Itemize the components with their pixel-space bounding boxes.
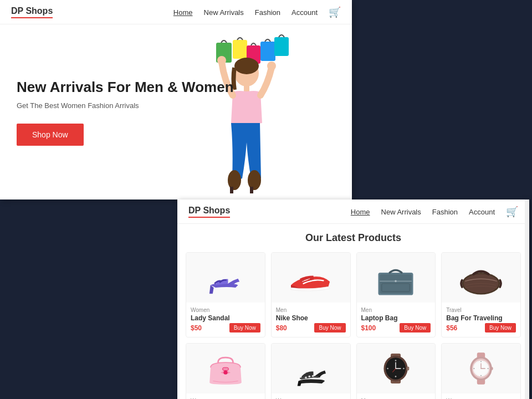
svg-point-11 [248, 170, 261, 190]
nav-new-arrivals-bottom[interactable]: New Arrivals [381, 208, 421, 216]
laptop-bag-svg [371, 258, 421, 298]
product-info-nike-shoe: Men Nike Shoe $80 Buy Now [272, 303, 350, 337]
svg-point-47 [480, 361, 482, 362]
product-category-lady-sandal: Women [191, 307, 260, 313]
svg-rect-33 [407, 366, 410, 370]
svg-point-34 [395, 360, 397, 361]
product-card-travel-bag: Travel Bag For Traveling $56 Buy Now [441, 252, 521, 337]
bottom-window: DP Shops Home New Arrivals Fashion Accou… [177, 200, 529, 399]
top-brand[interactable]: DP Shops [11, 6, 53, 18]
svg-rect-24 [222, 367, 228, 370]
pink-handbag-svg [201, 349, 250, 388]
nike-shoe-svg [286, 258, 336, 298]
nav-account-top[interactable]: Account [291, 8, 318, 17]
product-info-smart-watch: Men Smart Watch [357, 393, 436, 399]
product-image-nike-shoe [272, 253, 350, 303]
nav-home-bottom[interactable]: Home [351, 208, 370, 216]
product-name-laptop-bag: Laptop Bag [361, 314, 431, 322]
high-heels-svg [286, 349, 336, 388]
lady-sandal-svg [201, 258, 250, 298]
product-name-travel-bag: Bag For Traveling [446, 314, 516, 322]
svg-point-9 [267, 62, 276, 70]
svg-point-50 [488, 368, 489, 369]
products-grid-row1: Women Lady Sandal $50 Buy Now [186, 252, 521, 337]
product-footer-nike-shoe: $80 Buy Now [276, 323, 346, 332]
svg-point-8 [217, 56, 226, 65]
product-info-high-heels: Women High Heels [272, 393, 350, 399]
products-title: Our Latest Products [186, 232, 521, 244]
svg-rect-1 [233, 40, 247, 59]
svg-point-36 [387, 368, 389, 370]
product-name-lady-sandal: Lady Sandal [191, 314, 260, 322]
hero-content: New Arrivals For Men & Women Get The Bes… [17, 79, 234, 146]
svg-rect-53 [491, 367, 493, 370]
svg-point-23 [223, 371, 227, 375]
product-footer-lady-sandal: $50 Buy Now [191, 323, 260, 332]
travel-bag-svg [456, 258, 506, 298]
shop-now-button[interactable]: Shop Now [17, 124, 84, 146]
svg-point-25 [305, 376, 307, 378]
product-card-nike-shoe: Men Nike Shoe $80 Buy Now [271, 252, 351, 337]
product-info-lady-sandal: Women Lady Sandal $50 Buy Now [186, 303, 265, 337]
product-card-pink-handbag: Women Pink Handbag [186, 343, 265, 399]
product-category-nike-shoe: Men [276, 307, 346, 313]
product-card-ladies-watch: Women Ladies Watch [441, 343, 521, 399]
product-image-ladies-watch [442, 344, 520, 393]
product-footer-travel-bag: $56 Buy Now [446, 323, 516, 332]
bottom-brand[interactable]: DP Shops [188, 206, 230, 218]
svg-rect-3 [260, 42, 275, 61]
product-info-pink-handbag: Women Pink Handbag [186, 393, 265, 399]
cart-icon-top[interactable]: 🛒 [329, 7, 341, 18]
ladies-watch-svg [456, 349, 506, 388]
product-category-travel-bag: Travel [446, 307, 516, 313]
svg-rect-13 [250, 187, 253, 193]
top-window: DP Shops Home New Arrivals Fashion Accou… [0, 0, 352, 200]
nav-fashion-bottom[interactable]: Fashion [432, 208, 458, 216]
product-footer-laptop-bag: $100 Buy Now [361, 323, 431, 332]
top-navbar: DP Shops Home New Arrivals Fashion Accou… [0, 0, 352, 24]
svg-point-6 [234, 58, 259, 74]
svg-point-49 [474, 368, 475, 369]
buy-button-laptop-bag[interactable]: Buy Now [400, 323, 431, 332]
product-card-smart-watch: Men Smart Watch [356, 343, 436, 399]
product-info-travel-bag: Travel Bag For Traveling $56 Buy Now [442, 303, 520, 337]
hero-title: New Arrivals For Men & Women [17, 79, 234, 96]
svg-point-10 [228, 170, 241, 190]
product-name-nike-shoe: Nike Shoe [276, 314, 346, 322]
product-image-smart-watch [357, 344, 436, 393]
top-nav-links: Home New Arrivals Fashion Account 🛒 [173, 6, 341, 18]
product-price-laptop-bag: $100 [361, 324, 376, 332]
svg-point-27 [311, 375, 314, 377]
cart-icon-bottom[interactable]: 🛒 [506, 206, 518, 217]
svg-point-20 [395, 280, 397, 283]
buy-button-nike-shoe[interactable]: Buy Now [314, 323, 345, 332]
products-grid-row2: Women Pink Handbag [186, 343, 521, 399]
buy-button-travel-bag[interactable]: Buy Now [485, 323, 516, 332]
nav-account-bottom[interactable]: Account [469, 208, 495, 216]
svg-rect-12 [230, 187, 233, 193]
svg-point-37 [403, 368, 405, 370]
product-price-nike-shoe: $80 [276, 324, 287, 332]
product-image-pink-handbag [186, 344, 265, 393]
product-info-laptop-bag: Men Laptop Bag $100 Buy Now [357, 303, 436, 337]
product-info-ladies-watch: Women Ladies Watch [442, 393, 520, 399]
smart-watch-svg [371, 349, 421, 388]
product-card-high-heels: Women High Heels [271, 343, 351, 399]
svg-point-35 [395, 376, 397, 377]
nav-new-arrivals-top[interactable]: New Arrivals [204, 8, 244, 17]
product-image-high-heels [272, 344, 350, 393]
buy-button-lady-sandal[interactable]: Buy Now [229, 323, 260, 332]
bottom-nav-links: Home New Arrivals Fashion Account 🛒 [351, 206, 518, 218]
product-image-lady-sandal [186, 253, 265, 303]
svg-rect-19 [382, 284, 410, 291]
product-price-lady-sandal: $50 [191, 324, 202, 332]
products-section: Our Latest Products [177, 224, 529, 399]
svg-rect-4 [274, 37, 289, 56]
svg-point-22 [464, 274, 499, 293]
product-card-laptop-bag: Men Laptop Bag $100 Buy Now [356, 252, 436, 337]
nav-home-top[interactable]: Home [173, 8, 193, 17]
product-image-travel-bag [442, 253, 520, 303]
hero-subtitle: Get The Best Women Fashion Arrivals [17, 101, 234, 110]
nav-fashion-top[interactable]: Fashion [255, 8, 280, 17]
product-card-lady-sandal: Women Lady Sandal $50 Buy Now [186, 252, 265, 337]
